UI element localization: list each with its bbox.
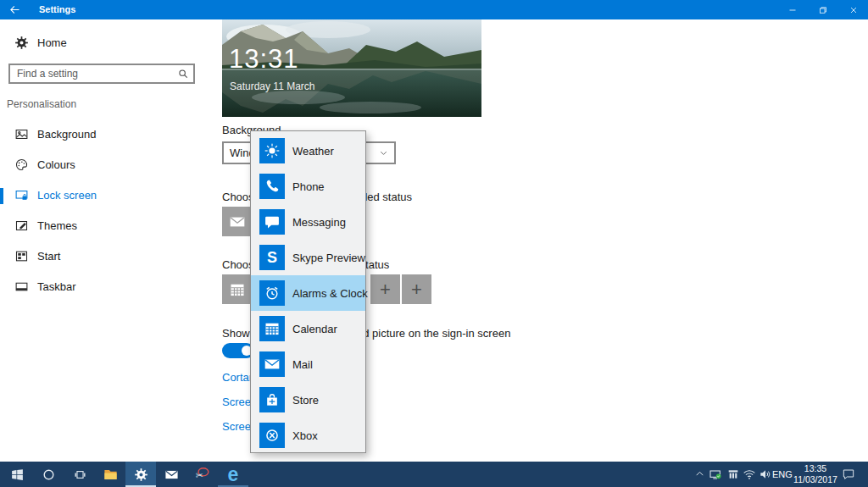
mail-taskbar-button[interactable] — [156, 462, 186, 487]
preview-time: 13:31 — [229, 44, 299, 75]
search-icon[interactable] — [177, 68, 189, 80]
sidebar-item-taskbar[interactable]: Taskbar — [0, 272, 212, 302]
skype-icon: S — [259, 245, 285, 270]
folder-icon — [103, 467, 119, 483]
restore-button[interactable] — [808, 0, 838, 19]
mail-icon — [164, 468, 179, 482]
tray-date: 11/03/2017 — [792, 474, 839, 485]
plus-icon: + — [380, 275, 391, 303]
snipping-tool-icon: ✂ — [194, 466, 211, 483]
tray-network[interactable] — [743, 468, 756, 481]
tray-pc-status[interactable] — [709, 468, 722, 481]
minimize-button[interactable] — [777, 0, 808, 19]
detailed-status-app-button[interactable] — [222, 207, 252, 236]
picture-icon — [14, 127, 29, 141]
calendar-icon — [229, 281, 246, 298]
tray-app[interactable] — [726, 468, 740, 481]
sidebar-item-background[interactable]: Background — [0, 119, 212, 150]
lock-screen-icon — [14, 188, 29, 202]
tray-clock[interactable]: 13:35 11/03/2017 — [792, 463, 839, 485]
palette-icon — [14, 158, 29, 172]
pc-status-icon — [709, 468, 722, 481]
popup-item-xbox[interactable]: Xbox — [251, 418, 365, 453]
edge-logo-icon: e — [228, 463, 239, 485]
popup-item-calendar[interactable]: Calendar — [251, 311, 365, 346]
sidebar-item-label: Lock screen — [37, 180, 97, 211]
sidebar-item-colours[interactable]: Colours — [0, 150, 212, 180]
taskbar-icon — [14, 279, 29, 294]
plus-icon: + — [411, 275, 422, 303]
themes-icon — [14, 219, 29, 233]
popup-item-alarms-clock[interactable]: Alarms & Clock — [251, 275, 365, 311]
back-button[interactable] — [8, 3, 21, 16]
sidebar-item-lock-screen[interactable]: Lock screen — [0, 180, 212, 211]
gear-icon — [134, 468, 148, 482]
start-button[interactable] — [2, 462, 32, 487]
gear-icon — [14, 36, 29, 50]
preview-date: Saturday 11 March — [230, 80, 315, 92]
add-quick-status-button[interactable]: + — [370, 274, 400, 304]
language-indicator[interactable]: ENG — [772, 462, 793, 487]
action-center-icon — [842, 468, 855, 481]
popup-item-messaging[interactable]: Messaging — [251, 204, 365, 240]
phone-icon — [259, 174, 285, 199]
app-picker-popup: Weather Phone Messaging S Skype Preview … — [250, 130, 366, 453]
action-center-button[interactable] — [842, 468, 855, 481]
svg-text:✂: ✂ — [196, 470, 203, 480]
task-view-icon — [73, 468, 87, 482]
sidebar-item-label: Start — [37, 241, 60, 272]
section-header: Personalisation — [7, 98, 76, 110]
popup-item-skype[interactable]: S Skype Preview — [251, 240, 365, 275]
sidebar-item-start[interactable]: Start — [0, 241, 212, 272]
popup-item-store[interactable]: Store — [251, 382, 365, 418]
search-input[interactable] — [10, 65, 180, 82]
sidebar-item-label: Taskbar — [37, 272, 76, 302]
store-icon — [259, 387, 285, 412]
sidebar-item-home[interactable]: Home — [0, 28, 212, 58]
start-layout-icon — [14, 249, 29, 263]
snipping-tool-button[interactable]: ✂ — [187, 462, 218, 487]
wifi-icon — [743, 468, 756, 481]
messaging-icon — [259, 209, 285, 235]
close-button[interactable] — [838, 0, 868, 19]
xbox-icon — [259, 423, 285, 448]
sidebar-item-themes[interactable]: Themes — [0, 211, 212, 241]
cortana-circle-icon — [42, 468, 56, 482]
weather-icon — [259, 138, 285, 163]
columns-icon — [726, 468, 740, 481]
mail-icon — [229, 213, 246, 230]
edge-button[interactable]: e — [218, 462, 248, 487]
add-quick-status-button[interactable]: + — [402, 274, 431, 304]
popup-item-mail[interactable]: Mail — [251, 346, 365, 382]
speaker-icon — [759, 468, 772, 481]
tray-volume[interactable] — [759, 468, 772, 481]
mail-icon — [259, 351, 285, 377]
taskbar: ✂ e ENG 13:35 11/03/2017 — [0, 462, 868, 487]
chevron-down-icon — [378, 147, 389, 158]
task-view-button[interactable] — [64, 462, 95, 487]
desktop: Settings Home Personalisation Background… — [0, 0, 868, 487]
popup-item-phone[interactable]: Phone — [251, 169, 365, 204]
search-box[interactable] — [8, 64, 195, 84]
sidebar-item-label: Background — [37, 119, 96, 150]
tray-expand-button[interactable] — [694, 468, 705, 479]
tray-time: 13:35 — [792, 463, 839, 474]
windows-logo-icon — [10, 468, 25, 482]
quick-status-app-button[interactable] — [222, 274, 252, 304]
alarm-clock-icon — [259, 280, 285, 306]
cortana-button[interactable] — [33, 462, 64, 487]
settings-taskbar-button[interactable] — [125, 462, 156, 487]
calendar-icon — [259, 316, 285, 341]
sidebar-item-label: Home — [37, 28, 67, 58]
sidebar-item-label: Colours — [37, 150, 75, 180]
window-title: Settings — [39, 4, 75, 14]
sidebar-item-label: Themes — [37, 211, 77, 241]
file-explorer-button[interactable] — [95, 462, 125, 487]
chevron-up-icon — [694, 468, 705, 479]
titlebar: Settings — [0, 0, 868, 19]
selected-indicator — [0, 188, 3, 204]
popup-item-weather[interactable]: Weather — [251, 133, 365, 169]
